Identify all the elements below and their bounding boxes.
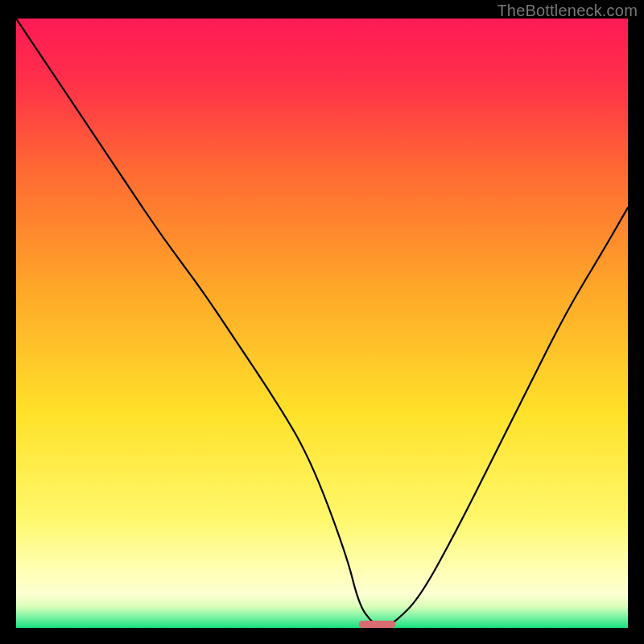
watermark-text: TheBottleneck.com: [497, 2, 638, 20]
gradient-background: [16, 19, 628, 628]
plot-area: [16, 19, 628, 628]
optimal-marker: [359, 621, 396, 628]
chart-frame: TheBottleneck.com: [0, 0, 644, 644]
plot-svg: [16, 19, 628, 628]
